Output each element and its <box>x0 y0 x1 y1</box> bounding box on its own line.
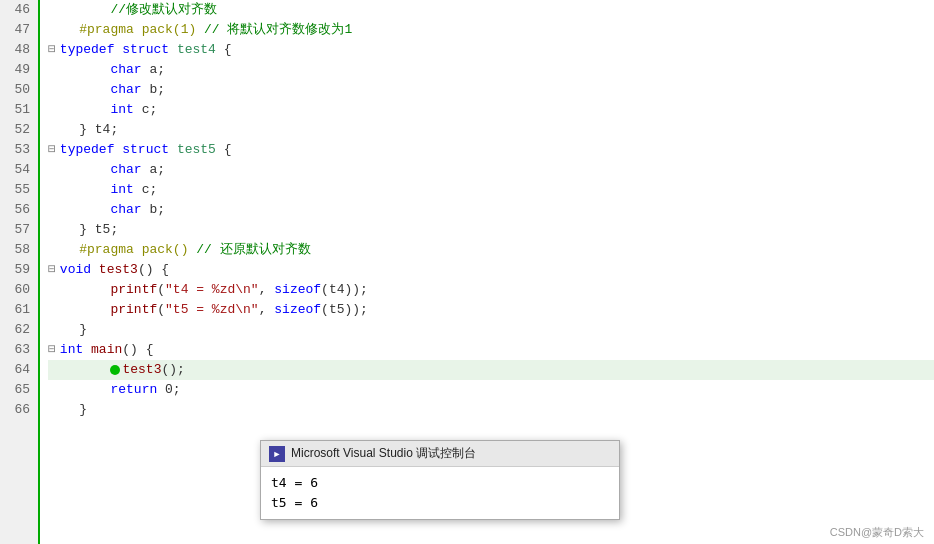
token-func: printf <box>110 302 157 317</box>
code-line: return 0; <box>48 380 934 400</box>
code-line: int c; <box>48 180 934 200</box>
token-normal: { <box>216 42 232 57</box>
code-line: ⊟int main() { <box>48 340 934 360</box>
indent <box>48 382 110 397</box>
indent <box>48 122 79 137</box>
console-popup: ► Microsoft Visual Studio 调试控制台 t4 = 6t5… <box>260 440 620 520</box>
token-normal: (t5)); <box>321 302 368 317</box>
line-number: 66 <box>4 400 30 420</box>
code-line: char b; <box>48 80 934 100</box>
code-line: char a; <box>48 60 934 80</box>
indent <box>48 202 110 217</box>
token-normal: } t4; <box>79 122 118 137</box>
token-normal <box>169 42 177 57</box>
token-normal: ( <box>157 302 165 317</box>
line-number: 63 <box>4 340 30 360</box>
token-normal: } t5; <box>79 222 118 237</box>
token-kw: return <box>110 382 157 397</box>
token-comment: // 还原默认对齐数 <box>196 242 310 257</box>
breakpoint-marker <box>110 365 120 375</box>
indent <box>48 322 79 337</box>
console-title-bar: ► Microsoft Visual Studio 调试控制台 <box>261 441 619 467</box>
token-kw: struct <box>122 142 169 157</box>
code-line: char a; <box>48 160 934 180</box>
line-numbers: 4647484950515253545556575859606162636465… <box>0 0 40 544</box>
token-normal: b; <box>142 82 165 97</box>
watermark: CSDN@蒙奇D索大 <box>830 525 924 540</box>
token-macro: #pragma pack(1) <box>79 22 196 37</box>
line-number: 62 <box>4 320 30 340</box>
indent <box>48 82 110 97</box>
token-macro: #pragma pack() <box>79 242 188 257</box>
token-normal: (); <box>161 362 184 377</box>
line-number: 65 <box>4 380 30 400</box>
token-kw: char <box>110 82 141 97</box>
line-number: 61 <box>4 300 30 320</box>
token-normal: } <box>79 322 87 337</box>
token-fold: ⊟ <box>48 262 56 277</box>
indent <box>48 402 79 417</box>
token-kw: sizeof <box>274 282 321 297</box>
token-kw: sizeof <box>274 302 321 317</box>
line-number: 58 <box>4 240 30 260</box>
code-line: } <box>48 400 934 420</box>
code-line: #pragma pack(1) // 将默认对齐数修改为1 <box>48 20 934 40</box>
line-number: 54 <box>4 160 30 180</box>
token-kw: typedef <box>60 142 115 157</box>
token-normal: c; <box>134 102 157 117</box>
token-string: "t4 = %zd\n" <box>165 282 259 297</box>
token-func: test3 <box>122 362 161 377</box>
vs-icon: ► <box>269 446 285 462</box>
token-kw: int <box>60 342 83 357</box>
code-line: ⊟typedef struct test4 { <box>48 40 934 60</box>
indent <box>48 22 79 37</box>
line-number: 56 <box>4 200 30 220</box>
console-output-line: t5 = 6 <box>271 493 609 513</box>
code-line: test3(); <box>48 360 934 380</box>
token-fold: ⊟ <box>48 42 56 57</box>
token-normal: ( <box>157 282 165 297</box>
token-normal: (t4)); <box>321 282 368 297</box>
token-normal: , <box>259 302 275 317</box>
token-normal <box>83 342 91 357</box>
token-normal: a; <box>142 162 165 177</box>
token-fold: ⊟ <box>48 142 56 157</box>
token-normal: () { <box>138 262 169 277</box>
code-line: } <box>48 320 934 340</box>
indent <box>48 2 110 17</box>
token-normal: } <box>79 402 87 417</box>
indent <box>48 222 79 237</box>
token-kw: typedef <box>60 42 115 57</box>
line-number: 55 <box>4 180 30 200</box>
code-line: char b; <box>48 200 934 220</box>
token-kw: int <box>110 102 133 117</box>
line-number: 48 <box>4 40 30 60</box>
line-number: 53 <box>4 140 30 160</box>
token-type-name: test5 <box>177 142 216 157</box>
token-normal <box>196 22 204 37</box>
token-fold: ⊟ <box>48 342 56 357</box>
token-comment: //修改默认对齐数 <box>110 2 217 17</box>
indent <box>48 162 110 177</box>
indent <box>48 182 110 197</box>
token-kw: struct <box>122 42 169 57</box>
token-normal <box>169 142 177 157</box>
code-editor: 4647484950515253545556575859606162636465… <box>0 0 934 544</box>
code-line: ⊟void test3() { <box>48 260 934 280</box>
token-normal: 0; <box>157 382 180 397</box>
code-line: } t5; <box>48 220 934 240</box>
line-number: 51 <box>4 100 30 120</box>
token-func: main <box>91 342 122 357</box>
line-number: 60 <box>4 280 30 300</box>
token-func: printf <box>110 282 157 297</box>
token-normal: , <box>259 282 275 297</box>
code-line: //修改默认对齐数 <box>48 0 934 20</box>
code-line: printf("t5 = %zd\n", sizeof(t5)); <box>48 300 934 320</box>
console-body: t4 = 6t5 = 6 <box>261 467 619 519</box>
line-number: 50 <box>4 80 30 100</box>
indent <box>48 282 110 297</box>
line-number: 49 <box>4 60 30 80</box>
token-normal <box>91 262 99 277</box>
code-line: ⊟typedef struct test5 { <box>48 140 934 160</box>
token-kw: char <box>110 62 141 77</box>
